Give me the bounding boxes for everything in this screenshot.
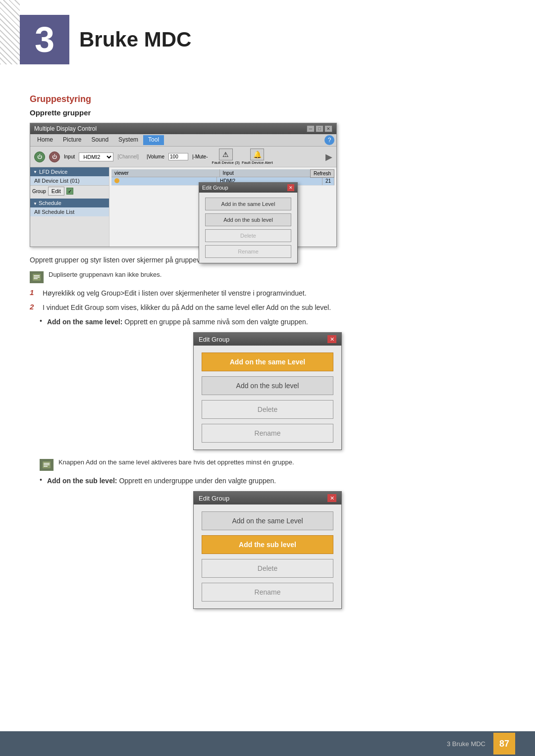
group-row: Group Edit ✓	[30, 186, 109, 197]
menu-home[interactable]: Home	[32, 135, 58, 145]
step-1: 1 Høyreklikk og velg Group>Edit i listen…	[30, 288, 505, 299]
volume-input[interactable]	[168, 153, 188, 160]
input-select[interactable]: HDMI2	[79, 152, 113, 161]
power-on-icon[interactable]: ⏻	[34, 151, 45, 162]
note-icon-2	[40, 459, 54, 471]
restore-btn[interactable]: □	[316, 125, 323, 132]
close-btn[interactable]: ✕	[324, 125, 332, 132]
large-dialog-2-title: Edit Group	[199, 495, 229, 502]
power-off-icon[interactable]: ⏻	[49, 151, 60, 162]
section-title: Gruppestyring	[30, 94, 505, 104]
large-dialog-1-btn-3[interactable]: Rename	[202, 424, 333, 443]
svg-rect-6	[44, 464, 50, 465]
refresh-btn[interactable]: Refresh	[310, 169, 334, 178]
main-content: Gruppestyring Opprette grupper Multiple …	[0, 74, 535, 647]
menu-system[interactable]: System	[113, 135, 143, 145]
mdc-toolbar: ⏻ ⏻ Input HDMI2 [Channel] |Volume |-Mute…	[30, 147, 336, 167]
dialog-body: Add in the same Level Add on the sub lev…	[199, 193, 297, 263]
fault-device-1-icon: ⚠	[219, 149, 233, 160]
note-icon-1	[30, 271, 44, 283]
large-dialog-2-btn-0[interactable]: Add on the same Level	[202, 511, 333, 530]
svg-rect-2	[34, 277, 40, 278]
svg-rect-7	[44, 466, 48, 467]
dialog-btn-1[interactable]: Add on the sub level	[205, 213, 291, 226]
lfd-label: LFD Device	[39, 169, 67, 175]
footer-text: 3 Bruke MDC	[447, 740, 485, 748]
large-dialog-1-btn-1[interactable]: Add on the sub level	[202, 376, 333, 395]
svg-rect-5	[44, 463, 50, 464]
status-dot	[114, 178, 119, 183]
bullet-1: • Add on the same level: Opprett en grup…	[30, 317, 505, 327]
schedule-label: Schedule	[39, 200, 61, 206]
fault-device-2-label: Fault Device Alert	[242, 160, 273, 165]
menu-tool[interactable]: Tool	[143, 135, 164, 145]
large-dialog-2-close[interactable]: ✕	[327, 494, 336, 502]
edit-btn[interactable]: Edit	[48, 187, 64, 196]
menu-picture[interactable]: Picture	[58, 135, 86, 145]
bullet-1-label: Add on the same level:	[47, 318, 122, 326]
edit-checkbox[interactable]: ✓	[66, 188, 73, 195]
step-1-text: Høyreklikk og velg Group>Edit i listen o…	[43, 288, 307, 299]
fault-device-1-box: ⚠ Fault Device (3)	[212, 149, 240, 165]
step-2: 2 I vinduet Edit Group som vises, klikke…	[30, 302, 505, 313]
channel-label: [Channel]	[117, 154, 139, 159]
large-dialog-1-btn-2[interactable]: Delete	[202, 400, 333, 419]
all-device-list[interactable]: All Device List (01)	[30, 176, 109, 186]
dialog-btn-3[interactable]: Rename	[205, 245, 291, 258]
svg-rect-1	[34, 275, 40, 276]
bullet-2-body: Opprett en undergruppe under den valgte …	[119, 477, 276, 485]
fault-device-1-label: Fault Device (3)	[212, 160, 240, 165]
input-label: Input	[64, 154, 75, 159]
col-viewer: viewer	[111, 169, 220, 177]
large-dialog-1-btn-0[interactable]: Add on the same Level	[202, 353, 333, 371]
mdc-titlebar: Multiple Display Control ─ □ ✕	[30, 123, 336, 134]
scroll-right-icon[interactable]: ▶	[325, 151, 332, 162]
large-dialog-2-btn-3[interactable]: Rename	[202, 583, 333, 602]
group-label: Group	[32, 189, 46, 194]
mdc-window: Multiple Display Control ─ □ ✕ Home Pict…	[30, 123, 337, 247]
large-dialog-2-btn-2[interactable]: Delete	[202, 559, 333, 578]
dialog-btn-0[interactable]: Add in the same Level	[205, 198, 291, 210]
all-schedule-list[interactable]: All Schedule List	[30, 207, 109, 216]
fault-icons: ⚠ Fault Device (3) 🔔 Fault Device Alert	[212, 149, 273, 165]
edit-group-dialog-large-2: Edit Group ✕ Add on the same Level Add t…	[193, 491, 342, 609]
dialog-close-btn[interactable]: ✕	[287, 184, 294, 191]
chapter-title: Bruke MDC	[79, 28, 191, 51]
subsection-title: Opprette grupper	[30, 108, 505, 117]
volume-label: |Volume	[147, 154, 164, 159]
minimize-btn[interactable]: ─	[307, 125, 315, 132]
large-dialog-1-close[interactable]: ✕	[327, 335, 336, 343]
note-text-2: Knappen Add on the same level aktiveres …	[58, 458, 294, 467]
note-text-1: Dupliserte gruppenavn kan ikke brukes.	[49, 270, 161, 279]
mdc-menubar: Home Picture Sound System Tool ?	[30, 134, 336, 147]
bullet-2-text: Add on the sub level: Opprett en undergr…	[47, 476, 276, 486]
bullet-2: • Add on the sub level: Opprett en under…	[30, 476, 505, 486]
bullet-2-label: Add on the sub level:	[47, 477, 117, 485]
large-dialog-2-btn-1[interactable]: Add the sub level	[202, 535, 333, 554]
schedule-section: ▼ Schedule	[30, 199, 109, 207]
page-footer: 3 Bruke MDC 87	[0, 731, 535, 756]
mute-label: |-Mute-	[192, 154, 208, 159]
large-dialog-1-titlebar: Edit Group ✕	[194, 333, 341, 346]
help-icon[interactable]: ?	[324, 135, 334, 145]
fault-device-2-icon: 🔔	[250, 149, 264, 160]
dialog-btn-2[interactable]: Delete	[205, 229, 291, 242]
bullet-1-body: Opprett en gruppe på samme nivå som den …	[124, 318, 308, 326]
large-dialog-2-body: Add on the same Level Add the sub level …	[194, 504, 341, 608]
edit-group-dialog-large-1: Edit Group ✕ Add on the same Level Add o…	[193, 332, 342, 450]
svg-rect-3	[34, 278, 38, 279]
lfd-section: ▼ LFD Device	[30, 167, 109, 176]
large-dialog-2-titlebar: Edit Group ✕	[194, 492, 341, 504]
large-dialog-1-title: Edit Group	[199, 336, 229, 343]
note-svg-1	[32, 273, 42, 282]
note-1: Dupliserte gruppenavn kan ikke brukes.	[30, 270, 505, 283]
header-stripe	[0, 0, 20, 64]
titlebar-buttons: ─ □ ✕	[307, 125, 332, 132]
dialog-title: Edit Group	[202, 185, 228, 191]
edit-group-dialog-small: Edit Group ✕ Add in the same Level Add o…	[199, 182, 298, 263]
fault-device-2-box: 🔔 Fault Device Alert	[242, 149, 273, 165]
menu-sound[interactable]: Sound	[86, 135, 113, 145]
mdc-title: Multiple Display Control	[34, 125, 97, 132]
row-number: 21	[322, 177, 334, 185]
mdc-sidebar: ▼ LFD Device All Device List (01) Group …	[30, 167, 109, 247]
